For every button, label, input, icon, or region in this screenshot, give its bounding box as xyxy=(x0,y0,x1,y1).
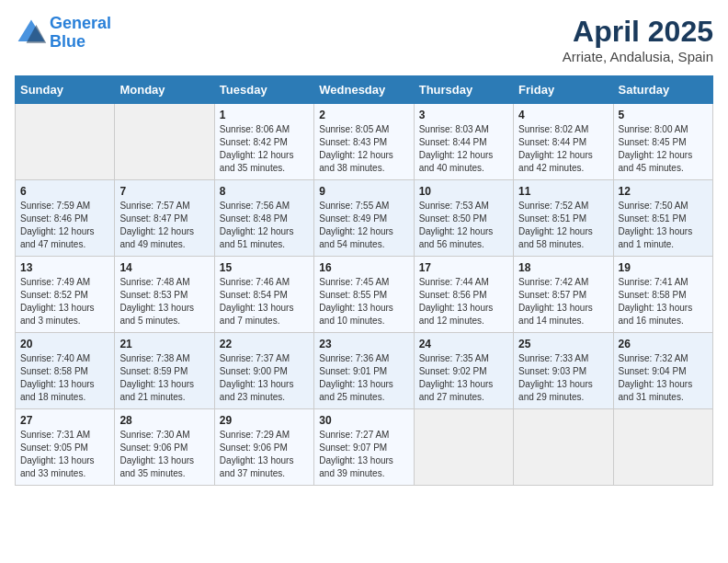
calendar-cell: 18 Sunrise: 7:42 AMSunset: 8:57 PMDaylig… xyxy=(514,257,613,333)
calendar-cell xyxy=(414,409,513,486)
day-info: Sunrise: 7:53 AMSunset: 8:50 PMDaylight:… xyxy=(419,201,494,249)
calendar-week-row: 1 Sunrise: 8:06 AMSunset: 8:42 PMDayligh… xyxy=(16,104,713,180)
calendar-cell: 24 Sunrise: 7:35 AMSunset: 9:02 PMDaylig… xyxy=(414,333,513,409)
day-number: 2 xyxy=(319,109,408,121)
calendar-cell: 16 Sunrise: 7:45 AMSunset: 8:55 PMDaylig… xyxy=(314,257,414,333)
calendar-cell: 5 Sunrise: 8:00 AMSunset: 8:45 PMDayligh… xyxy=(613,104,712,180)
title-area: April 2025 Arriate, Andalusia, Spain xyxy=(563,15,713,64)
calendar-cell: 21 Sunrise: 7:38 AMSunset: 8:59 PMDaylig… xyxy=(115,333,214,409)
day-info: Sunrise: 7:31 AMSunset: 9:05 PMDaylight:… xyxy=(20,430,95,478)
calendar-week-row: 13 Sunrise: 7:49 AMSunset: 8:52 PMDaylig… xyxy=(16,257,713,333)
day-info: Sunrise: 7:57 AMSunset: 8:47 PMDaylight:… xyxy=(119,201,194,249)
calendar-cell: 14 Sunrise: 7:48 AMSunset: 8:53 PMDaylig… xyxy=(115,257,214,333)
day-number: 5 xyxy=(619,109,708,121)
day-number: 19 xyxy=(619,261,708,274)
day-info: Sunrise: 7:41 AMSunset: 8:58 PMDaylight:… xyxy=(619,277,693,326)
day-number: 28 xyxy=(119,414,209,427)
day-info: Sunrise: 7:42 AMSunset: 8:57 PMDaylight:… xyxy=(518,277,593,326)
day-info: Sunrise: 8:05 AMSunset: 8:43 PMDaylight:… xyxy=(319,124,393,173)
calendar-cell: 8 Sunrise: 7:56 AMSunset: 8:48 PMDayligh… xyxy=(214,180,313,257)
day-info: Sunrise: 7:27 AMSunset: 9:07 PMDaylight:… xyxy=(319,430,393,478)
weekday-header-cell: Saturday xyxy=(613,76,712,104)
weekday-header-cell: Thursday xyxy=(414,76,513,104)
weekday-header-cell: Sunday xyxy=(16,76,115,104)
calendar-cell: 27 Sunrise: 7:31 AMSunset: 9:05 PMDaylig… xyxy=(16,409,115,486)
calendar-cell: 12 Sunrise: 7:50 AMSunset: 8:51 PMDaylig… xyxy=(613,180,712,257)
day-number: 15 xyxy=(220,261,309,274)
calendar-week-row: 6 Sunrise: 7:59 AMSunset: 8:46 PMDayligh… xyxy=(16,180,713,257)
day-info: Sunrise: 7:30 AMSunset: 9:06 PMDaylight:… xyxy=(119,430,194,478)
calendar-cell: 23 Sunrise: 7:36 AMSunset: 9:01 PMDaylig… xyxy=(314,333,414,409)
day-number: 9 xyxy=(319,185,408,198)
calendar-week-row: 20 Sunrise: 7:40 AMSunset: 8:58 PMDaylig… xyxy=(16,333,713,409)
weekday-header-cell: Friday xyxy=(514,76,613,104)
weekday-header-cell: Monday xyxy=(115,76,214,104)
day-info: Sunrise: 7:38 AMSunset: 8:59 PMDaylight:… xyxy=(119,353,194,402)
calendar-cell xyxy=(16,104,115,180)
day-number: 3 xyxy=(419,109,508,121)
day-info: Sunrise: 7:52 AMSunset: 8:51 PMDaylight:… xyxy=(518,201,593,249)
day-info: Sunrise: 7:37 AMSunset: 9:00 PMDaylight:… xyxy=(220,353,294,402)
day-number: 14 xyxy=(119,261,209,274)
calendar-cell: 7 Sunrise: 7:57 AMSunset: 8:47 PMDayligh… xyxy=(115,180,214,257)
logo-icon xyxy=(15,17,48,50)
calendar-cell: 25 Sunrise: 7:33 AMSunset: 9:03 PMDaylig… xyxy=(514,333,613,409)
day-number: 7 xyxy=(119,185,209,198)
day-number: 26 xyxy=(619,338,708,350)
calendar-cell: 17 Sunrise: 7:44 AMSunset: 8:56 PMDaylig… xyxy=(414,257,513,333)
day-number: 18 xyxy=(518,261,608,274)
header: General Blue April 2025 Arriate, Andalus… xyxy=(15,15,713,64)
calendar-cell: 20 Sunrise: 7:40 AMSunset: 8:58 PMDaylig… xyxy=(16,333,115,409)
day-info: Sunrise: 7:55 AMSunset: 8:49 PMDaylight:… xyxy=(319,201,393,249)
day-info: Sunrise: 7:33 AMSunset: 9:03 PMDaylight:… xyxy=(518,353,593,402)
day-info: Sunrise: 7:56 AMSunset: 8:48 PMDaylight:… xyxy=(220,201,294,249)
day-number: 25 xyxy=(518,338,608,350)
day-number: 11 xyxy=(518,185,608,198)
day-number: 8 xyxy=(220,185,309,198)
day-info: Sunrise: 7:48 AMSunset: 8:53 PMDaylight:… xyxy=(119,277,194,326)
day-info: Sunrise: 7:40 AMSunset: 8:58 PMDaylight:… xyxy=(20,353,95,402)
calendar-cell: 9 Sunrise: 7:55 AMSunset: 8:49 PMDayligh… xyxy=(314,180,414,257)
calendar-cell xyxy=(613,409,712,486)
day-info: Sunrise: 7:45 AMSunset: 8:55 PMDaylight:… xyxy=(319,277,393,326)
day-number: 20 xyxy=(20,338,109,350)
calendar-cell xyxy=(514,409,613,486)
day-number: 17 xyxy=(419,261,508,274)
day-info: Sunrise: 7:50 AMSunset: 8:51 PMDaylight:… xyxy=(619,201,693,249)
calendar-cell: 10 Sunrise: 7:53 AMSunset: 8:50 PMDaylig… xyxy=(414,180,513,257)
calendar-cell: 28 Sunrise: 7:30 AMSunset: 9:06 PMDaylig… xyxy=(115,409,214,486)
weekday-header-cell: Wednesday xyxy=(314,76,414,104)
calendar-cell: 29 Sunrise: 7:29 AMSunset: 9:06 PMDaylig… xyxy=(214,409,313,486)
weekday-header-cell: Tuesday xyxy=(214,76,313,104)
calendar-cell: 13 Sunrise: 7:49 AMSunset: 8:52 PMDaylig… xyxy=(16,257,115,333)
day-number: 24 xyxy=(419,338,508,350)
day-info: Sunrise: 8:03 AMSunset: 8:44 PMDaylight:… xyxy=(419,124,494,173)
calendar-week-row: 27 Sunrise: 7:31 AMSunset: 9:05 PMDaylig… xyxy=(16,409,713,486)
day-number: 10 xyxy=(419,185,508,198)
day-number: 22 xyxy=(220,338,309,350)
day-info: Sunrise: 8:06 AMSunset: 8:42 PMDaylight:… xyxy=(220,124,294,173)
location: Arriate, Andalusia, Spain xyxy=(563,49,713,64)
logo: General Blue xyxy=(15,15,111,52)
calendar-cell: 4 Sunrise: 8:02 AMSunset: 8:44 PMDayligh… xyxy=(514,104,613,180)
day-info: Sunrise: 8:00 AMSunset: 8:45 PMDaylight:… xyxy=(619,124,693,173)
day-number: 16 xyxy=(319,261,408,274)
day-info: Sunrise: 7:32 AMSunset: 9:04 PMDaylight:… xyxy=(619,353,693,402)
calendar-cell: 6 Sunrise: 7:59 AMSunset: 8:46 PMDayligh… xyxy=(16,180,115,257)
calendar-cell: 30 Sunrise: 7:27 AMSunset: 9:07 PMDaylig… xyxy=(314,409,414,486)
day-number: 4 xyxy=(518,109,608,121)
day-number: 30 xyxy=(319,414,408,427)
day-info: Sunrise: 7:29 AMSunset: 9:06 PMDaylight:… xyxy=(220,430,294,478)
calendar-cell: 15 Sunrise: 7:46 AMSunset: 8:54 PMDaylig… xyxy=(214,257,313,333)
day-info: Sunrise: 8:02 AMSunset: 8:44 PMDaylight:… xyxy=(518,124,593,173)
calendar-body: 1 Sunrise: 8:06 AMSunset: 8:42 PMDayligh… xyxy=(16,104,713,486)
day-number: 27 xyxy=(20,414,109,427)
day-number: 13 xyxy=(20,261,109,274)
day-info: Sunrise: 7:35 AMSunset: 9:02 PMDaylight:… xyxy=(419,353,494,402)
day-number: 21 xyxy=(119,338,209,350)
calendar-cell xyxy=(115,104,214,180)
calendar-table: SundayMondayTuesdayWednesdayThursdayFrid… xyxy=(15,75,713,486)
day-info: Sunrise: 7:46 AMSunset: 8:54 PMDaylight:… xyxy=(220,277,294,326)
day-number: 1 xyxy=(220,109,309,121)
day-info: Sunrise: 7:44 AMSunset: 8:56 PMDaylight:… xyxy=(419,277,494,326)
